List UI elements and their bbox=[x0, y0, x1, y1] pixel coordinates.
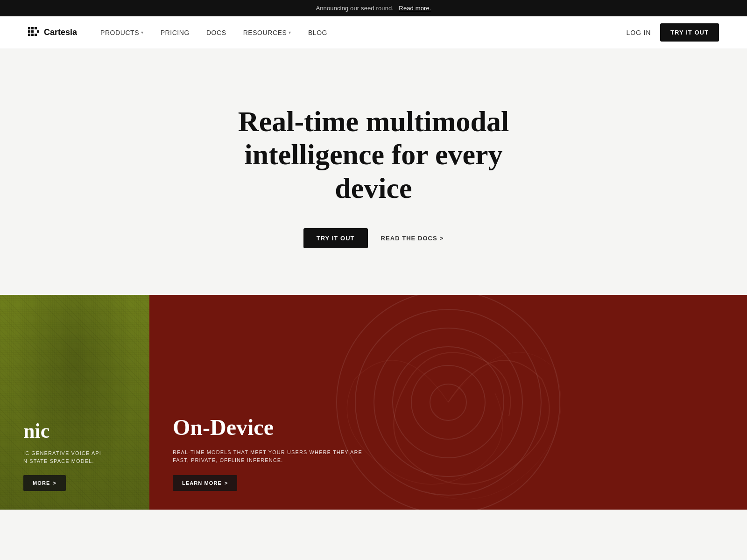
announcement-bar: Announcing our seed round. Read more. bbox=[0, 0, 747, 16]
svg-rect-6 bbox=[31, 34, 34, 36]
svg-rect-2 bbox=[35, 27, 37, 29]
svg-rect-5 bbox=[28, 34, 30, 36]
cards-section: nic IC GENERATIVE VOICE API. N STATE SPA… bbox=[0, 295, 747, 510]
login-button[interactable]: LOG IN bbox=[627, 29, 651, 36]
svg-rect-1 bbox=[31, 27, 34, 29]
chevron-down-icon: ▾ bbox=[141, 30, 144, 35]
svg-rect-0 bbox=[28, 27, 30, 29]
svg-rect-7 bbox=[35, 34, 37, 36]
card-left-description: IC GENERATIVE VOICE API. N STATE SPACE M… bbox=[23, 449, 126, 466]
card-left-content: nic IC GENERATIVE VOICE API. N STATE SPA… bbox=[23, 419, 126, 491]
nav-item-products[interactable]: PRODUCTS ▾ bbox=[100, 29, 144, 36]
nav-item-resources[interactable]: RESOURCES ▾ bbox=[243, 29, 291, 36]
announcement-text: Announcing our seed round. bbox=[316, 5, 394, 12]
hero-section: Real-time multimodal intelligence for ev… bbox=[0, 49, 747, 295]
card-sonic: nic IC GENERATIVE VOICE API. N STATE SPA… bbox=[0, 295, 149, 510]
nav-links: PRODUCTS ▾ PRICING DOCS RESOURCES ▾ BLOG bbox=[100, 29, 627, 36]
card-left-learn-more-button[interactable]: MORE > bbox=[23, 475, 66, 491]
hero-try-button[interactable]: TRY IT OUT bbox=[303, 228, 368, 248]
hero-buttons: TRY IT OUT READ THE DOCS > bbox=[9, 228, 738, 248]
card-center-description: REAL-TIME MODELS THAT MEET YOUR USERS WH… bbox=[173, 448, 724, 465]
hero-heading-line1: Real-time multimodal bbox=[238, 105, 509, 137]
announcement-link[interactable]: Read more. bbox=[399, 5, 431, 12]
card-left-title: nic bbox=[23, 419, 126, 443]
try-it-out-button[interactable]: TRY IT OUT bbox=[660, 23, 719, 42]
logo-text: Cartesia bbox=[44, 28, 77, 37]
svg-rect-4 bbox=[31, 30, 34, 33]
svg-rect-3 bbox=[28, 30, 30, 33]
chevron-down-icon: ▾ bbox=[289, 30, 291, 35]
nav-item-pricing[interactable]: PRICING bbox=[161, 29, 190, 36]
nav-actions: LOG IN TRY IT OUT bbox=[627, 23, 719, 42]
card-center-title: On-Device bbox=[173, 415, 724, 440]
nav-item-blog[interactable]: BLOG bbox=[308, 29, 327, 36]
arrow-right-icon: > bbox=[440, 235, 444, 242]
hero-docs-button[interactable]: READ THE DOCS > bbox=[381, 235, 444, 242]
nav-item-docs[interactable]: DOCS bbox=[206, 29, 226, 36]
card-on-device: On-Device REAL-TIME MODELS THAT MEET YOU… bbox=[149, 295, 747, 510]
nav-logo[interactable]: Cartesia bbox=[28, 27, 77, 38]
arrow-right-icon: > bbox=[225, 480, 228, 486]
navbar: Cartesia PRODUCTS ▾ PRICING DOCS RESOURC… bbox=[0, 16, 747, 49]
hero-heading: Real-time multimodal intelligence for ev… bbox=[210, 105, 537, 205]
arrow-right-icon: > bbox=[53, 480, 56, 486]
cartesia-logo-icon bbox=[28, 27, 39, 38]
card-center-content: On-Device REAL-TIME MODELS THAT MEET YOU… bbox=[173, 415, 724, 491]
svg-rect-8 bbox=[37, 30, 39, 33]
hero-heading-line2: intelligence for every device bbox=[244, 139, 502, 203]
card-center-learn-more-button[interactable]: LEARN MORE > bbox=[173, 475, 237, 491]
